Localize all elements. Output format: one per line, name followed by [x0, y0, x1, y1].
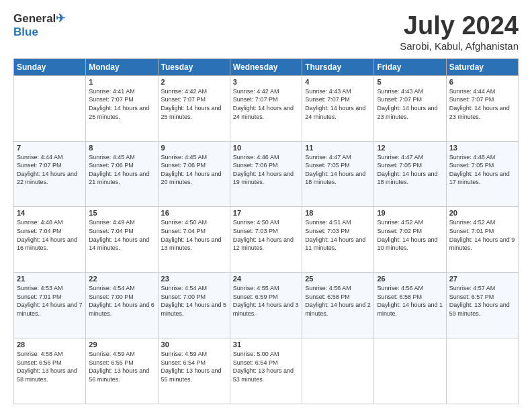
day-number: 9: [161, 144, 227, 152]
table-row: 5 Sunrise: 4:43 AMSunset: 7:07 PMDayligh…: [374, 75, 446, 141]
table-row: 30 Sunrise: 4:59 AMSunset: 6:54 PMDaylig…: [158, 338, 230, 404]
day-number: 12: [377, 144, 443, 152]
table-row: 31 Sunrise: 5:00 AMSunset: 6:54 PMDaylig…: [230, 338, 302, 404]
table-row: 19 Sunrise: 4:52 AMSunset: 7:02 PMDaylig…: [374, 207, 446, 273]
header-sunday: Sunday: [14, 58, 86, 75]
table-row: 8 Sunrise: 4:45 AMSunset: 7:06 PMDayligh…: [86, 141, 158, 207]
table-row: 15 Sunrise: 4:49 AMSunset: 7:04 PMDaylig…: [86, 207, 158, 273]
table-row: 4 Sunrise: 4:43 AMSunset: 7:07 PMDayligh…: [302, 75, 374, 141]
header-wednesday: Wednesday: [230, 58, 302, 75]
header-monday: Monday: [86, 58, 158, 75]
day-number: 31: [233, 340, 299, 349]
header-saturday: Saturday: [446, 58, 518, 75]
week-row-1: 7 Sunrise: 4:44 AMSunset: 7:07 PMDayligh…: [14, 141, 519, 207]
day-number: 21: [17, 275, 83, 283]
day-info: Sunrise: 4:53 AMSunset: 7:01 PMDaylight:…: [17, 284, 83, 318]
day-number: 1: [89, 78, 154, 86]
table-row: 9 Sunrise: 4:45 AMSunset: 7:06 PMDayligh…: [158, 141, 230, 207]
month-title: July 2024: [400, 12, 519, 40]
table-row: 7 Sunrise: 4:44 AMSunset: 7:07 PMDayligh…: [14, 141, 86, 207]
table-row: 17 Sunrise: 4:50 AMSunset: 7:03 PMDaylig…: [230, 207, 302, 273]
day-info: Sunrise: 4:58 AMSunset: 6:56 PMDaylight:…: [17, 350, 83, 383]
week-row-3: 21 Sunrise: 4:53 AMSunset: 7:01 PMDaylig…: [14, 273, 519, 338]
table-row: [374, 338, 446, 404]
logo: General✈ Blue: [13, 12, 65, 38]
day-info: Sunrise: 4:45 AMSunset: 7:06 PMDaylight:…: [161, 153, 227, 187]
day-number: 18: [305, 209, 371, 217]
day-info: Sunrise: 4:57 AMSunset: 6:57 PMDaylight:…: [449, 284, 515, 318]
title-block: July 2024 Sarobi, Kabul, Afghanistan: [400, 12, 519, 52]
table-row: 20 Sunrise: 4:52 AMSunset: 7:01 PMDaylig…: [446, 207, 518, 273]
day-info: Sunrise: 4:48 AMSunset: 7:05 PMDaylight:…: [449, 153, 515, 187]
table-row: 25 Sunrise: 4:56 AMSunset: 6:58 PMDaylig…: [302, 273, 374, 338]
day-info: Sunrise: 4:44 AMSunset: 7:07 PMDaylight:…: [17, 153, 83, 187]
day-number: 30: [161, 340, 227, 349]
day-info: Sunrise: 4:59 AMSunset: 6:54 PMDaylight:…: [161, 350, 227, 383]
header-friday: Friday: [374, 58, 446, 75]
table-row: 16 Sunrise: 4:50 AMSunset: 7:04 PMDaylig…: [158, 207, 230, 273]
day-number: 13: [449, 144, 515, 152]
day-info: Sunrise: 4:54 AMSunset: 7:00 PMDaylight:…: [89, 284, 154, 318]
logo-line1: General✈: [13, 12, 65, 26]
header-thursday: Thursday: [302, 58, 374, 75]
day-info: Sunrise: 4:50 AMSunset: 7:03 PMDaylight:…: [233, 218, 299, 252]
table-row: 1 Sunrise: 4:41 AMSunset: 7:07 PMDayligh…: [86, 75, 158, 141]
location: Sarobi, Kabul, Afghanistan: [400, 40, 519, 52]
day-number: 20: [449, 209, 515, 217]
table-row: 12 Sunrise: 4:47 AMSunset: 7:05 PMDaylig…: [374, 141, 446, 207]
week-row-4: 28 Sunrise: 4:58 AMSunset: 6:56 PMDaylig…: [14, 338, 519, 404]
table-row: 18 Sunrise: 4:51 AMSunset: 7:03 PMDaylig…: [302, 207, 374, 273]
day-info: Sunrise: 4:56 AMSunset: 6:58 PMDaylight:…: [305, 284, 371, 318]
table-row: 11 Sunrise: 4:47 AMSunset: 7:05 PMDaylig…: [302, 141, 374, 207]
day-number: 2: [161, 78, 227, 86]
day-number: 11: [305, 144, 371, 152]
table-row: 23 Sunrise: 4:54 AMSunset: 7:00 PMDaylig…: [158, 273, 230, 338]
day-info: Sunrise: 4:44 AMSunset: 7:07 PMDaylight:…: [449, 87, 515, 121]
table-row: 3 Sunrise: 4:42 AMSunset: 7:07 PMDayligh…: [230, 75, 302, 141]
day-number: 28: [17, 340, 83, 349]
day-number: 3: [233, 78, 299, 86]
day-number: 14: [17, 209, 83, 217]
day-info: Sunrise: 4:47 AMSunset: 7:05 PMDaylight:…: [377, 153, 443, 187]
day-info: Sunrise: 4:56 AMSunset: 6:58 PMDaylight:…: [377, 284, 443, 318]
calendar-header-row: Sunday Monday Tuesday Wednesday Thursday…: [14, 58, 519, 75]
day-number: 15: [89, 209, 154, 217]
day-number: 17: [233, 209, 299, 217]
week-row-0: 1 Sunrise: 4:41 AMSunset: 7:07 PMDayligh…: [14, 75, 519, 141]
day-number: 29: [89, 340, 154, 349]
day-info: Sunrise: 4:43 AMSunset: 7:07 PMDaylight:…: [305, 87, 371, 121]
day-info: Sunrise: 4:50 AMSunset: 7:04 PMDaylight:…: [161, 218, 227, 252]
day-info: Sunrise: 4:54 AMSunset: 7:00 PMDaylight:…: [161, 284, 227, 318]
table-row: [14, 75, 86, 141]
day-number: 19: [377, 209, 443, 217]
header: General✈ Blue July 2024 Sarobi, Kabul, A…: [13, 12, 519, 52]
table-row: 2 Sunrise: 4:42 AMSunset: 7:07 PMDayligh…: [158, 75, 230, 141]
table-row: 13 Sunrise: 4:48 AMSunset: 7:05 PMDaylig…: [446, 141, 518, 207]
calendar-table: Sunday Monday Tuesday Wednesday Thursday…: [13, 58, 519, 404]
day-number: 24: [233, 275, 299, 283]
table-row: 26 Sunrise: 4:56 AMSunset: 6:58 PMDaylig…: [374, 273, 446, 338]
day-info: Sunrise: 4:43 AMSunset: 7:07 PMDaylight:…: [377, 87, 443, 121]
table-row: 29 Sunrise: 4:59 AMSunset: 6:55 PMDaylig…: [86, 338, 158, 404]
day-number: 6: [449, 78, 515, 86]
day-info: Sunrise: 4:59 AMSunset: 6:55 PMDaylight:…: [89, 350, 154, 383]
day-info: Sunrise: 4:48 AMSunset: 7:04 PMDaylight:…: [17, 218, 83, 252]
day-number: 10: [233, 144, 299, 152]
day-number: 4: [305, 78, 371, 86]
day-info: Sunrise: 4:47 AMSunset: 7:05 PMDaylight:…: [305, 153, 371, 187]
table-row: [446, 338, 518, 404]
day-number: 16: [161, 209, 227, 217]
day-info: Sunrise: 4:42 AMSunset: 7:07 PMDaylight:…: [233, 87, 299, 121]
table-row: [302, 338, 374, 404]
day-info: Sunrise: 4:49 AMSunset: 7:04 PMDaylight:…: [89, 218, 154, 252]
logo-line2: Blue: [13, 26, 65, 39]
table-row: 21 Sunrise: 4:53 AMSunset: 7:01 PMDaylig…: [14, 273, 86, 338]
day-number: 8: [89, 144, 154, 152]
table-row: 6 Sunrise: 4:44 AMSunset: 7:07 PMDayligh…: [446, 75, 518, 141]
page: General✈ Blue July 2024 Sarobi, Kabul, A…: [0, 0, 532, 411]
table-row: 27 Sunrise: 4:57 AMSunset: 6:57 PMDaylig…: [446, 273, 518, 338]
day-info: Sunrise: 4:55 AMSunset: 6:59 PMDaylight:…: [233, 284, 299, 318]
day-info: Sunrise: 4:52 AMSunset: 7:02 PMDaylight:…: [377, 218, 443, 252]
day-number: 25: [305, 275, 371, 283]
day-number: 26: [377, 275, 443, 283]
